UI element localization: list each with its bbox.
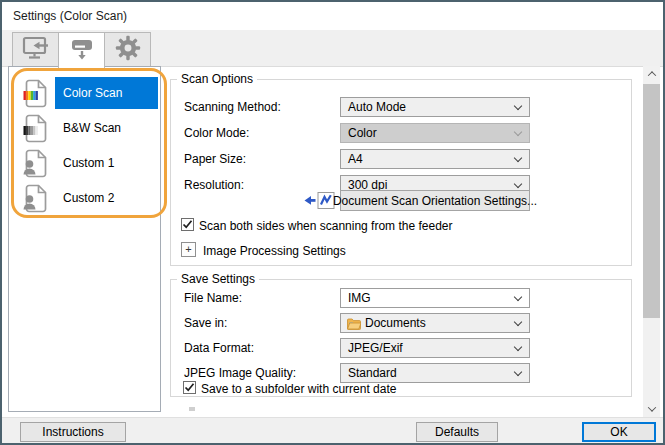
chevron-up-icon (647, 71, 655, 79)
scanning-method-select[interactable]: Auto Mode (340, 97, 530, 117)
duplex-scan-checkbox[interactable] (181, 218, 194, 231)
profile-label: B&W Scan (63, 121, 121, 135)
jpeg-quality-select[interactable]: Standard (340, 363, 530, 383)
duplex-scan-label: Scan both sides when scanning from the f… (199, 219, 453, 233)
profile-label: Color Scan (63, 86, 122, 100)
defaults-button-label: Defaults (435, 425, 479, 439)
settings-dialog: Settings (Color Scan) (0, 0, 665, 445)
profile-label: Custom 1 (63, 156, 114, 170)
subfolder-date-label: Save to a subfolder with current date (201, 382, 396, 396)
paper-size-label: Paper Size: (184, 152, 246, 166)
profile-item-custom-1[interactable]: Custom 1 (55, 147, 158, 179)
resolution-label: Resolution: (184, 178, 244, 192)
checkmark-icon (182, 219, 193, 230)
image-processing-label: Image Processing Settings (203, 244, 346, 258)
chevron-down-icon (514, 128, 522, 136)
tab-strip (2, 30, 663, 67)
titlebar: Settings (Color Scan) (2, 2, 663, 30)
instructions-button[interactable]: Instructions (20, 422, 126, 442)
bw-document-icon (22, 113, 48, 143)
save-in-select[interactable]: Documents (340, 313, 530, 333)
chevron-down-icon (514, 368, 522, 376)
chevron-down-icon (514, 180, 522, 188)
profile-item-bw-scan[interactable]: B&W Scan (55, 112, 158, 144)
checkmark-icon (184, 382, 195, 393)
color-document-icon (22, 78, 48, 108)
chevron-down-icon (514, 318, 522, 326)
chevron-down-icon (514, 293, 522, 301)
save-settings-title: Save Settings (177, 272, 259, 286)
color-mode-label: Color Mode: (184, 126, 249, 140)
jpeg-quality-value: Standard (348, 364, 397, 382)
chevron-down-icon (647, 403, 655, 411)
subfolder-date-checkbox[interactable] (183, 381, 196, 394)
scan-options-title: Scan Options (177, 72, 257, 86)
custom-profile-icon (22, 183, 48, 213)
tab-scan-from-device[interactable] (58, 32, 105, 68)
scanning-method-label: Scanning Method: (184, 100, 281, 114)
file-name-label: File Name: (184, 291, 242, 305)
scanner-scan-icon (69, 37, 95, 64)
file-name-value: IMG (348, 289, 371, 307)
file-name-input[interactable]: IMG (340, 288, 530, 308)
next-section-partial (189, 407, 195, 411)
document-scan-orientation-button[interactable]: Document Scan Orientation Settings... (340, 190, 530, 211)
jpeg-quality-label: JPEG Image Quality: (184, 366, 296, 380)
footer-bar: Instructions Defaults OK (2, 417, 663, 443)
custom-profile-icon (22, 148, 48, 178)
chevron-down-icon (514, 102, 522, 110)
profile-item-custom-2[interactable]: Custom 2 (55, 182, 158, 214)
scrollbar[interactable] (643, 66, 660, 417)
data-format-label: Data Format: (184, 341, 254, 355)
defaults-button[interactable]: Defaults (416, 422, 498, 442)
window-title: Settings (Color Scan) (13, 2, 127, 30)
paper-size-select[interactable]: A4 (340, 149, 530, 169)
color-mode-select: Color (340, 123, 530, 143)
data-format-select[interactable]: JPEG/Exif (340, 338, 530, 358)
scroll-up-button[interactable] (643, 66, 660, 82)
paper-size-value: A4 (348, 150, 363, 168)
ok-button[interactable]: OK (582, 422, 656, 442)
instructions-button-label: Instructions (42, 425, 103, 439)
monitor-scan-icon (22, 36, 50, 63)
save-in-label: Save in: (184, 316, 227, 330)
data-format-value: JPEG/Exif (348, 339, 403, 357)
ok-button-label: OK (610, 425, 627, 439)
folder-icon (347, 318, 361, 333)
tab-general-settings[interactable] (104, 32, 151, 67)
profile-item-color-scan[interactable]: Color Scan (55, 77, 158, 109)
chevron-down-icon (514, 154, 522, 162)
chevron-down-icon (514, 343, 522, 351)
tab-scan-to-computer[interactable] (12, 32, 59, 67)
image-processing-expander[interactable]: + (181, 242, 196, 257)
scanning-method-value: Auto Mode (348, 98, 406, 116)
profile-label: Custom 2 (63, 191, 114, 205)
gear-icon (115, 35, 141, 64)
scrollbar-thumb[interactable] (643, 84, 660, 318)
scroll-down-button[interactable] (643, 401, 660, 417)
save-in-value: Documents (365, 314, 426, 332)
orientation-button-label: Document Scan Orientation Settings... (333, 194, 537, 208)
color-mode-value: Color (348, 124, 377, 142)
plus-icon: + (185, 243, 191, 255)
